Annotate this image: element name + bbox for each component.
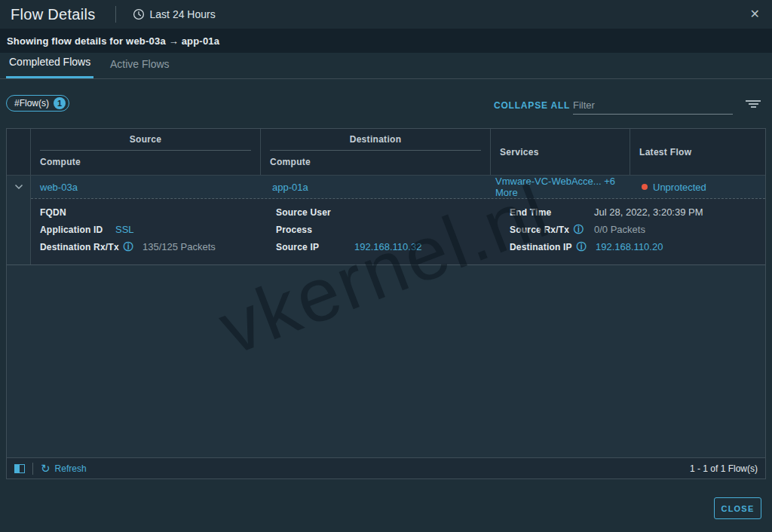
flow-count-chip[interactable]: #Flow(s) 1 bbox=[6, 95, 69, 112]
title-bar: Flow Details Last 24 Hours ✕ bbox=[0, 0, 772, 29]
source-rxtx-label: Source Rx/Tx ⓘ bbox=[510, 225, 585, 235]
clock-icon bbox=[133, 8, 145, 20]
header-source-group: Source Compute bbox=[31, 129, 261, 175]
application-id-field: Application ID SSL bbox=[31, 221, 267, 238]
destination-ip-label-text: Destination IP bbox=[510, 242, 572, 252]
close-button[interactable]: CLOSE bbox=[714, 497, 761, 519]
destination-ip-field: Destination IP ⓘ 192.168.110.20 bbox=[501, 238, 765, 255]
destination-rxtx-label-text: Destination Rx/Tx bbox=[40, 242, 119, 252]
tab-bar: Completed Flows Active Flows bbox=[0, 53, 772, 79]
chevron-down-icon bbox=[14, 184, 23, 264]
header-latest-flow: Latest Flow bbox=[630, 129, 765, 175]
end-time-value: Jul 28, 2022, 3:20:39 PM bbox=[594, 206, 703, 218]
flows-table: Source Compute Destination Compute Servi… bbox=[6, 128, 766, 479]
destination-ip-value[interactable]: 192.168.110.20 bbox=[596, 241, 663, 252]
destination-ip-label: Destination IP ⓘ bbox=[510, 242, 587, 252]
tab-completed-flows[interactable]: Completed Flows bbox=[6, 56, 93, 78]
refresh-icon: ↻ bbox=[41, 463, 51, 474]
end-time-label: End Time bbox=[510, 207, 585, 218]
source-ip-value[interactable]: 192.168.110.32 bbox=[354, 241, 421, 252]
row-content: web-03a app-01a Vmware-VC-WebAcce... +6 … bbox=[31, 176, 765, 264]
header-destination-title: Destination bbox=[261, 134, 490, 145]
end-time-field: End Time Jul 28, 2022, 3:20:39 PM bbox=[501, 203, 765, 221]
application-id-label: Application ID bbox=[40, 225, 106, 235]
header-source-compute: Compute bbox=[31, 157, 260, 167]
destination-compute-link[interactable]: app-01a bbox=[261, 182, 491, 193]
flow-chip-label: #Flow(s) bbox=[14, 98, 49, 109]
fqdn-field: FQDN bbox=[31, 203, 267, 221]
fqdn-label: FQDN bbox=[40, 207, 106, 218]
flow-description: Showing flow details for web-03a → app-0… bbox=[7, 35, 219, 47]
refresh-label: Refresh bbox=[55, 463, 87, 474]
header-destination-compute: Compute bbox=[261, 157, 490, 167]
table-header: Source Compute Destination Compute Servi… bbox=[7, 129, 765, 176]
application-id-value[interactable]: SSL bbox=[115, 224, 134, 235]
flow-details-dialog: Flow Details Last 24 Hours ✕ Showing flo… bbox=[0, 0, 772, 532]
header-divider bbox=[40, 150, 251, 151]
table-empty-area bbox=[7, 265, 765, 457]
process-field: Process bbox=[267, 221, 501, 238]
destination-rxtx-value: 135/125 Packets bbox=[142, 241, 216, 252]
header-services: Services bbox=[491, 129, 630, 175]
subtitle-bar: Showing flow details for web-03a → app-0… bbox=[0, 29, 772, 53]
close-icon[interactable]: ✕ bbox=[750, 7, 760, 22]
process-label: Process bbox=[276, 225, 345, 235]
time-range-label: Last 24 Hours bbox=[150, 8, 216, 20]
source-ip-field: Source IP 192.168.110.32 bbox=[267, 238, 501, 255]
info-icon[interactable]: ⓘ bbox=[574, 225, 584, 234]
source-user-label: Source User bbox=[276, 207, 345, 218]
source-rxtx-value: 0/0 Packets bbox=[594, 224, 645, 235]
source-rxtx-field: Source Rx/Tx ⓘ 0/0 Packets bbox=[501, 221, 765, 238]
table-row: web-03a app-01a Vmware-VC-WebAcce... +6 … bbox=[7, 176, 765, 265]
header-source-title: Source bbox=[31, 134, 260, 145]
latest-flow-status: Unprotected bbox=[653, 182, 706, 193]
source-ip-label: Source IP bbox=[276, 242, 345, 252]
header-divider bbox=[270, 150, 481, 151]
table-footer: ↻ Refresh 1 - 1 of 1 Flow(s) bbox=[7, 457, 765, 478]
row-summary: web-03a app-01a Vmware-VC-WebAcce... +6 … bbox=[31, 176, 765, 198]
destination-rxtx-label: Destination Rx/Tx ⓘ bbox=[40, 242, 133, 252]
filter-input[interactable] bbox=[573, 96, 733, 115]
destination-rxtx-field: Destination Rx/Tx ⓘ 135/125 Packets bbox=[31, 238, 267, 255]
header-chevron-spacer bbox=[7, 129, 31, 175]
row-details: FQDN Source User End Time Jul 28, 2022, … bbox=[31, 199, 765, 264]
latest-flow-cell[interactable]: Unprotected bbox=[630, 182, 765, 193]
services-link[interactable]: Vmware-VC-WebAcce... +6 More bbox=[491, 176, 630, 198]
refresh-button[interactable]: ↻ Refresh bbox=[41, 463, 87, 474]
column-settings-icon[interactable] bbox=[14, 464, 25, 473]
pagination-text: 1 - 1 of 1 Flow(s) bbox=[690, 463, 758, 474]
time-range: Last 24 Hours bbox=[133, 8, 216, 20]
tab-active-flows[interactable]: Active Flows bbox=[107, 58, 173, 78]
flow-count-badge: 1 bbox=[54, 97, 66, 109]
source-user-field: Source User bbox=[267, 203, 501, 221]
source-compute-link[interactable]: web-03a bbox=[31, 182, 261, 193]
collapse-all-button[interactable]: COLLAPSE ALL bbox=[494, 100, 570, 111]
unprotected-status-dot bbox=[642, 184, 648, 190]
page-title: Flow Details bbox=[11, 6, 96, 23]
source-rxtx-label-text: Source Rx/Tx bbox=[510, 225, 569, 235]
filter-icon[interactable] bbox=[745, 100, 761, 109]
header-destination-group: Destination Compute bbox=[261, 129, 491, 175]
info-icon[interactable]: ⓘ bbox=[124, 242, 133, 252]
footer-divider bbox=[32, 463, 33, 475]
title-divider bbox=[115, 6, 116, 23]
info-icon[interactable]: ⓘ bbox=[577, 242, 587, 252]
row-expander[interactable] bbox=[7, 176, 31, 264]
